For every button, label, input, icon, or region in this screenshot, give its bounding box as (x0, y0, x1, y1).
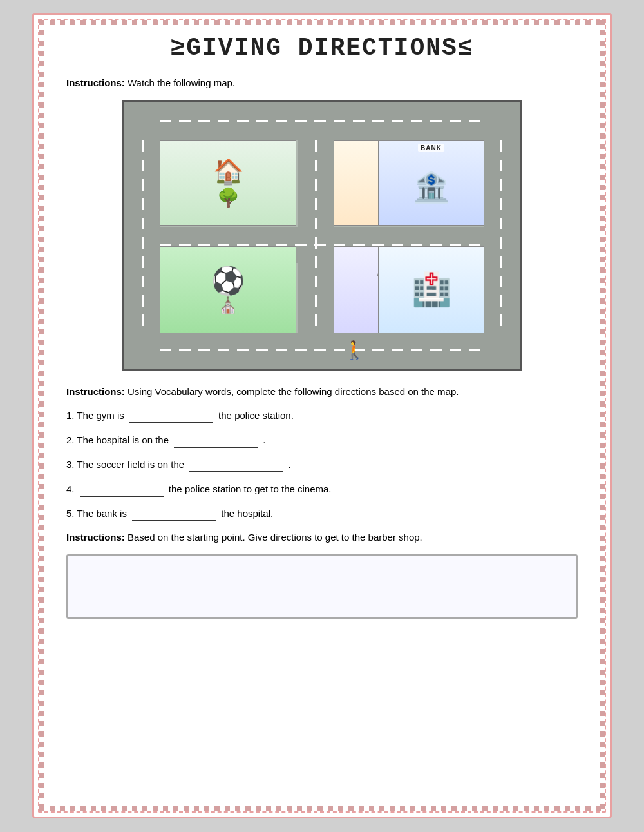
building-hospital: 🏥 (379, 247, 484, 333)
map: 🏠 🌳 CINEMA 🎬 BANK 🏦 ⚽ ⛪ POLICE (122, 100, 522, 371)
house-icon: 🏠 (213, 157, 243, 186)
building-bank: BANK 🏦 (379, 141, 484, 225)
block-top-right: BANK 🏦 (378, 140, 484, 226)
q2-text-after: . (263, 434, 265, 445)
question-2: 2. The hospital is on the . (66, 432, 578, 448)
q5-text-after: the hospital. (221, 508, 273, 519)
page-title: ≥GIVING DIRECTIONS≤ (66, 34, 578, 62)
q5-number: 5. The bank is (66, 508, 127, 519)
instruction-1: Instructions: Watch the following map. (66, 76, 578, 91)
question-1: 1. The gym is the police station. (66, 408, 578, 423)
instruction-2: Instructions: Using Vocabulary words, co… (66, 385, 578, 400)
building-house: 🏠 🌳 (160, 141, 296, 225)
person-marker: 🚶 (343, 340, 366, 361)
q3-blank[interactable] (189, 461, 283, 472)
dash-h-top (160, 120, 484, 122)
bank-icon: 🏦 (413, 169, 450, 204)
instruction-2-label: Instructions: (66, 386, 125, 397)
church-icon: ⛪ (218, 296, 238, 314)
soccer-icon: ⚽ (211, 265, 245, 296)
dash-h-bot (160, 349, 484, 351)
q4-blank[interactable] (80, 485, 164, 497)
instruction-1-text: Watch the following map. (125, 77, 235, 88)
instruction-3-text: Based on the starting point. Give direct… (125, 532, 422, 543)
instruction-3: Instructions: Based on the starting poin… (66, 530, 578, 545)
worksheet-page: ≥GIVING DIRECTIONS≤ Instructions: Watch … (32, 13, 612, 818)
q4-text-after: the police station to get to the cinema. (169, 483, 332, 494)
dash-v-left (142, 140, 144, 333)
q3-text-after: . (289, 459, 291, 470)
q1-text-after: the police station. (218, 410, 294, 421)
q2-blank[interactable] (174, 436, 258, 448)
question-5: 5. The bank is the hospital. (66, 506, 578, 521)
instruction-3-label: Instructions: (66, 532, 125, 543)
tree-icon: 🌳 (217, 187, 240, 208)
q2-number: 2. The hospital is on the (66, 434, 169, 445)
answer-text-box[interactable] (66, 554, 578, 619)
questions-section: 1. The gym is the police station. 2. The… (66, 408, 578, 521)
block-top-left: 🏠 🌳 (160, 140, 296, 226)
dash-v-mid (315, 140, 317, 333)
q1-blank[interactable] (129, 412, 213, 423)
q4-number: 4. (66, 483, 77, 494)
q3-number: 3. The soccer field is on the (66, 459, 184, 470)
dash-v-right (500, 140, 502, 333)
hospital-icon: 🏥 (412, 271, 451, 308)
building-soccer: ⚽ ⛪ (160, 247, 296, 333)
instruction-2-text: Using Vocabulary words, complete the fol… (125, 386, 459, 397)
block-bottom-left: ⚽ ⛪ (160, 246, 296, 333)
question-3: 3. The soccer field is on the . (66, 457, 578, 472)
q5-blank[interactable] (132, 510, 216, 521)
instruction-1-label: Instructions: (66, 77, 125, 88)
block-bottom-right: 🏥 (378, 246, 484, 333)
bank-label: BANK (418, 144, 444, 152)
question-4: 4. the police station to get to the cine… (66, 481, 578, 497)
q1-number: 1. The gym is (66, 410, 124, 421)
